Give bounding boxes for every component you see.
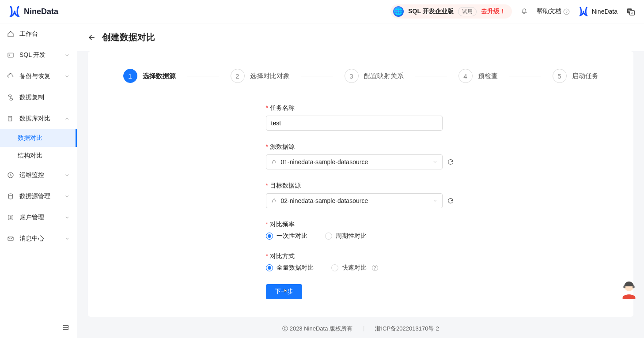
radio-icon: [266, 264, 273, 271]
step-number: 1: [123, 69, 137, 83]
sidebar-item-message[interactable]: 消息中心: [0, 228, 77, 249]
mode-fast[interactable]: 快速对比 ?: [331, 264, 378, 272]
terminal-icon: [7, 52, 14, 59]
upgrade-link[interactable]: 去升级！: [481, 8, 506, 15]
sidebar-sub-data-compare[interactable]: 数据对比: [0, 129, 77, 147]
radio-icon: [331, 264, 338, 271]
back-arrow-icon[interactable]: [88, 34, 96, 41]
step-3: 3 配置映射关系: [345, 69, 404, 83]
step-label: 启动任务: [572, 72, 599, 80]
account-logo-icon: [579, 7, 588, 16]
step-line: [301, 76, 333, 76]
question-circle-icon[interactable]: ?: [372, 265, 378, 271]
freq-periodic[interactable]: 周期性对比: [325, 232, 367, 240]
sidebar-item-datasource[interactable]: 数据源管理: [0, 186, 77, 207]
sidebar-item-label: 消息中心: [19, 235, 44, 243]
sidebar-sub-structure-compare[interactable]: 结构对比: [0, 147, 77, 165]
globe-icon: [393, 6, 404, 17]
step-number: 2: [231, 69, 245, 83]
language-icon[interactable]: 文A: [626, 7, 635, 16]
help-text: 帮助文档: [537, 8, 561, 15]
sidebar-item-workspace[interactable]: 工作台: [0, 23, 77, 45]
target-select[interactable]: 02-ninedata-sample-datasource: [266, 193, 443, 208]
icp-text: 浙ICP备2022013170号-2: [375, 325, 439, 333]
brand-name: NineData: [24, 7, 58, 16]
step-label: 配置映射关系: [364, 72, 404, 80]
mode-full[interactable]: 全量数据对比: [266, 264, 314, 272]
step-number: 3: [345, 69, 359, 83]
refresh-icon[interactable]: [447, 158, 454, 165]
plan-badge[interactable]: SQL 开发企业版 试用 去升级！: [390, 4, 511, 19]
chevron-down-icon: [432, 198, 438, 203]
chevron-down-icon: [64, 236, 70, 241]
field-source: 源数据源 01-ninedata-sample-datasource: [266, 143, 456, 169]
support-avatar-icon[interactable]: [621, 280, 637, 299]
sidebar-item-label: 运维监控: [19, 171, 44, 179]
svg-text:文: 文: [628, 9, 631, 12]
step-1: 1 选择数据源: [123, 69, 176, 83]
svg-text:A: A: [631, 11, 633, 14]
step-2: 2 选择对比对象: [231, 69, 290, 83]
sidebar-item-sql-dev[interactable]: SQL 开发: [0, 45, 77, 66]
sidebar-item-backup[interactable]: 备份与恢复: [0, 66, 77, 87]
refresh-icon[interactable]: [447, 197, 454, 204]
question-circle-icon: ?: [563, 8, 570, 15]
sidebar-item-label: 结构对比: [18, 152, 42, 160]
collapse-sidebar-button[interactable]: [62, 318, 70, 338]
brand-logo[interactable]: NineData: [9, 6, 58, 17]
radio-icon: [266, 233, 273, 240]
sidebar-item-ops-monitor[interactable]: 运维监控: [0, 165, 77, 186]
radio-label: 快速对比: [342, 264, 367, 272]
collapse-icon: [62, 323, 70, 331]
source-value: 01-ninedata-sample-datasource: [281, 158, 368, 165]
help-link[interactable]: 帮助文档 ?: [537, 8, 570, 15]
step-label: 预检查: [478, 72, 498, 80]
chevron-down-icon: [64, 74, 70, 79]
radio-label: 一次性对比: [277, 232, 307, 240]
sidebar-item-label: 备份与恢复: [19, 72, 50, 80]
step-label: 选择数据源: [143, 72, 176, 80]
sidebar-item-label: 数据库对比: [19, 115, 50, 123]
sidebar-item-db-compare[interactable]: 数据库对比: [0, 108, 77, 129]
svg-rect-9: [8, 116, 12, 121]
target-value: 02-ninedata-sample-datasource: [281, 197, 368, 204]
chevron-down-icon: [64, 215, 70, 220]
source-select[interactable]: 01-ninedata-sample-datasource: [266, 154, 443, 169]
task-name-input[interactable]: [266, 116, 443, 131]
chevron-down-icon: [64, 194, 70, 199]
copyright-text: 2023 NineData 版权所有: [290, 325, 352, 332]
brand-logo-icon: [9, 6, 20, 17]
mouse-cursor-icon: [283, 288, 289, 295]
svg-rect-17: [633, 285, 635, 288]
next-button[interactable]: 下一步: [266, 284, 302, 299]
account-name: NineData: [592, 8, 617, 15]
svg-point-13: [10, 216, 11, 218]
user-icon: [7, 214, 14, 221]
sidebar-item-label: 数据源管理: [19, 192, 50, 200]
page-header: 创建数据对比: [77, 23, 644, 51]
chevron-up-icon: [64, 116, 70, 121]
bell-icon[interactable]: [521, 8, 528, 15]
step-4: 4 预检查: [458, 69, 498, 83]
sidebar-item-label: 数据复制: [19, 94, 44, 101]
cloud-icon: [7, 73, 14, 80]
steps-bar: 1 选择数据源 2 选择对比对象 3 配置映射关系 4 预检查: [113, 69, 609, 83]
svg-point-11: [8, 194, 12, 195]
sidebar-item-label: 数据对比: [18, 134, 42, 142]
trial-tag: 试用: [458, 7, 477, 16]
sidebar-item-replicate[interactable]: 数据复制: [0, 87, 77, 108]
sidebar-item-account[interactable]: 账户管理: [0, 207, 77, 228]
chevron-down-icon: [432, 159, 438, 165]
mysql-icon: [271, 198, 277, 204]
field-frequency: 对比频率 一次性对比 周期性对比: [266, 221, 456, 240]
svg-rect-6: [8, 53, 13, 57]
mode-radio-group: 全量数据对比 快速对比 ?: [266, 264, 456, 272]
freq-once[interactable]: 一次性对比: [266, 232, 307, 240]
field-target: 目标数据源 02-ninedata-sample-datasource: [266, 182, 456, 208]
mysql-icon: [271, 159, 277, 165]
chevron-down-icon: [64, 53, 70, 58]
radio-label: 全量数据对比: [277, 264, 314, 272]
radio-icon: [325, 233, 332, 240]
footer: Ⓒ 2023 NineData 版权所有 | 浙ICP备2022013170号-…: [77, 317, 644, 338]
account-menu[interactable]: NineData: [579, 7, 617, 16]
